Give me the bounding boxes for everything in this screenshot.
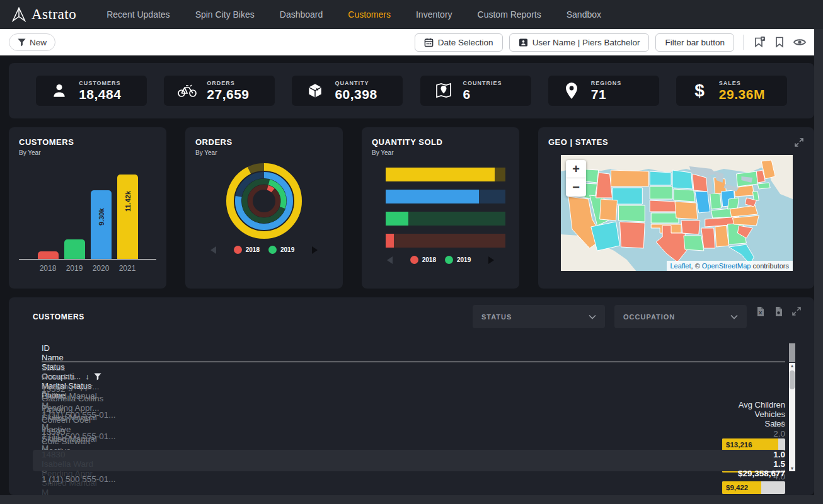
filter-bar-button[interactable]: Filter bar button xyxy=(655,33,734,52)
state-LA[interactable] xyxy=(684,236,704,251)
table-vertical-scrollbar[interactable]: ▲ ▼ xyxy=(789,363,795,471)
hbar-2018[interactable] xyxy=(386,234,505,248)
state-WV[interactable] xyxy=(728,198,739,209)
bar-2021[interactable]: 11.42k xyxy=(117,175,138,259)
nav-item-customers[interactable]: Customers xyxy=(348,9,391,20)
zoom-out-button[interactable]: − xyxy=(566,178,586,197)
table-scrollbar-corner[interactable] xyxy=(789,343,795,362)
user-name-label: User Name | Piers Batchelor xyxy=(532,38,640,47)
geo-states-panel: GEO | STATES xyxy=(538,127,814,289)
scrollbar-thumb[interactable] xyxy=(790,370,795,389)
export-file-icon[interactable] xyxy=(772,305,785,318)
expand-icon[interactable] xyxy=(794,137,804,147)
state-MT[interactable] xyxy=(611,170,649,186)
new-filter-button[interactable]: New xyxy=(9,33,55,51)
export-excel-icon[interactable]: X xyxy=(754,305,766,318)
kpi-card-sales: $SALES29.36M xyxy=(676,76,787,106)
state-CO[interactable] xyxy=(619,205,645,222)
state-IA[interactable] xyxy=(674,189,695,202)
geo-panel-title: GEO | STATES xyxy=(548,137,608,147)
nav-item-sandbox[interactable]: Sandbox xyxy=(567,9,601,20)
legend-next-arrow[interactable] xyxy=(488,256,494,264)
kpi-card-quantity: QUANTITY60,398 xyxy=(292,76,403,106)
kpi-value: 71 xyxy=(591,87,622,102)
brand[interactable]: Astrato xyxy=(11,6,76,23)
scroll-up-arrow[interactable]: ▲ xyxy=(789,364,795,368)
nav-item-dashboard[interactable]: Dashboard xyxy=(280,9,323,20)
state-ND[interactable] xyxy=(650,171,671,185)
state-MN[interactable] xyxy=(672,170,693,189)
eye-icon[interactable] xyxy=(793,35,807,49)
table-row[interactable]: 12321Rosa HuPending Appr...Skilled Manua… xyxy=(42,363,785,384)
kpi-value: 27,659 xyxy=(207,87,249,102)
state-IN[interactable] xyxy=(710,193,722,209)
kpi-label: SALES xyxy=(719,80,765,86)
nav-item-spin-city-bikes[interactable]: Spin City Bikes xyxy=(195,9,255,20)
date-selection-button[interactable]: Date Selection xyxy=(415,33,503,52)
hbar-2021[interactable] xyxy=(386,168,505,181)
user-name-button[interactable]: User Name | Piers Batchelor xyxy=(509,33,650,52)
expand-icon[interactable] xyxy=(790,305,803,318)
state-AL[interactable] xyxy=(715,226,729,247)
state-NJ[interactable] xyxy=(752,192,759,200)
dollar-icon: $ xyxy=(680,81,719,100)
state-UT[interactable] xyxy=(600,199,618,220)
state-SD[interactable] xyxy=(650,186,672,199)
user-badge-icon xyxy=(519,38,528,47)
bar-2019[interactable] xyxy=(64,239,85,259)
state-MS[interactable] xyxy=(701,228,715,248)
table-totals-values: 1.01.5$29,358,677 xyxy=(42,450,785,471)
leaflet-link[interactable]: Leaflet xyxy=(670,262,691,270)
sales-bar-label: $13,216 xyxy=(726,438,752,451)
table-row[interactable]: 13595Cole StewartInactiveSkilled ManualS… xyxy=(42,427,785,449)
chevron-down-icon xyxy=(589,314,596,319)
legend-item-2018[interactable]: 2018 xyxy=(234,246,260,254)
bar-2018[interactable] xyxy=(38,251,59,259)
page-vertical-scrollbar[interactable] xyxy=(814,29,823,504)
state-AR[interactable] xyxy=(681,220,700,234)
bookmark-add-icon[interactable] xyxy=(752,35,766,49)
page-horizontal-scrollbar[interactable] xyxy=(0,495,814,504)
table-actions: X xyxy=(754,305,803,318)
legend-prev-arrow[interactable] xyxy=(210,246,216,254)
bar-2020[interactable]: 9.30k xyxy=(91,190,112,259)
nav-item-recent-updates[interactable]: Recent Updates xyxy=(106,9,170,20)
nav-item-custom-reports[interactable]: Custom Reports xyxy=(478,9,541,20)
legend-next-arrow[interactable] xyxy=(312,246,318,254)
filter-icon xyxy=(18,38,26,47)
us-states-choropleth[interactable] xyxy=(561,155,793,271)
cell: 13592 xyxy=(42,384,785,394)
x-axis-label: 2021 xyxy=(117,264,138,273)
leaflet-map[interactable]: + − Leaflet, © OpenStreetMap contributor… xyxy=(561,155,793,271)
scroll-down-arrow[interactable]: ▼ xyxy=(789,466,795,471)
legend-item-2018[interactable]: 2018 xyxy=(410,256,436,264)
state-ID[interactable] xyxy=(596,173,613,198)
totals-vehicles: 1.5 xyxy=(42,459,785,469)
cell: 12321 xyxy=(42,363,785,372)
state-MO[interactable] xyxy=(675,202,698,219)
hbar-2020[interactable] xyxy=(386,190,505,203)
legend-prev-arrow[interactable] xyxy=(387,256,393,264)
bar-value-label: 11.42k xyxy=(117,179,138,223)
state-NE[interactable] xyxy=(650,200,676,212)
status-dropdown[interactable]: STATUS xyxy=(473,305,605,328)
state-KS[interactable] xyxy=(651,213,679,223)
hbar-2019[interactable] xyxy=(386,212,505,226)
state-NM[interactable] xyxy=(619,222,645,248)
legend-item-2019[interactable]: 2019 xyxy=(445,256,471,264)
occupation-dropdown[interactable]: OCCUPATION xyxy=(614,305,747,328)
nav-item-inventory[interactable]: Inventory xyxy=(416,9,452,20)
legend-item-2019[interactable]: 2019 xyxy=(268,246,294,254)
table-title: CUSTOMERS xyxy=(33,312,84,321)
state-MA[interactable] xyxy=(757,183,770,189)
column-header-name[interactable]: Name xyxy=(42,353,785,362)
table-row[interactable]: 14200Colleen GoelInactiveSkilled ManualM… xyxy=(42,406,785,427)
osm-link[interactable]: OpenStreetMap xyxy=(702,262,751,270)
calendar-icon xyxy=(424,38,434,47)
column-header-id[interactable]: ID xyxy=(42,343,785,353)
zoom-in-button[interactable]: + xyxy=(566,160,586,178)
table-row[interactable]: 13592Gabriella CollinsPending Appr...Ski… xyxy=(42,384,785,406)
ghost-cell: Skilled Manual xyxy=(42,478,785,488)
bookmark-icon[interactable] xyxy=(773,35,786,49)
cell: Gabriella Collins xyxy=(42,394,785,403)
